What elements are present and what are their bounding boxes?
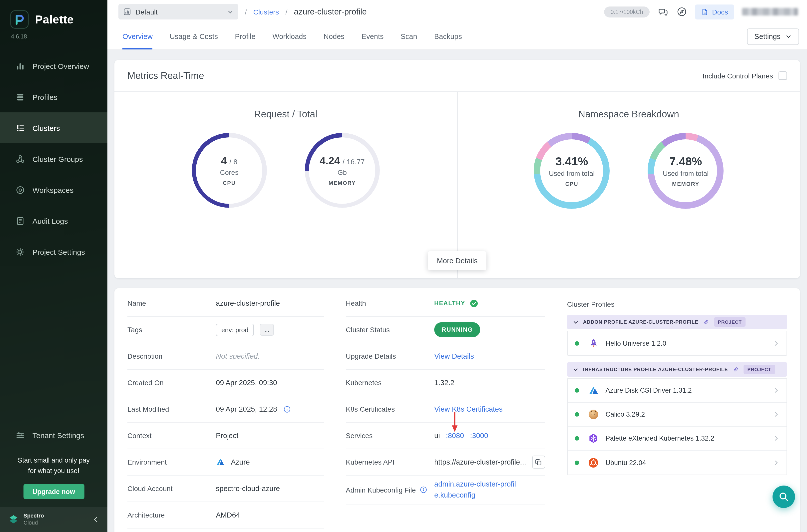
settings-dropdown-button[interactable]: Settings bbox=[747, 28, 799, 45]
green-status-dot bbox=[575, 412, 579, 417]
description-value: Not specified. bbox=[216, 352, 260, 360]
profile-layer-calico[interactable]: Calico 3.29.2 bbox=[568, 403, 787, 426]
tab-bar: Overview Usage & Costs Profile Workloads… bbox=[108, 23, 807, 50]
cluster-status-row: Cluster Status RUNNING bbox=[346, 317, 545, 343]
tags-row: Tags env: prod ... bbox=[127, 317, 324, 343]
tab-profile[interactable]: Profile bbox=[235, 23, 255, 50]
kubernetes-row: Kubernetes 1.32.2 bbox=[346, 370, 545, 396]
tag-env-prod: env: prod bbox=[216, 323, 254, 336]
tab-workloads[interactable]: Workloads bbox=[273, 23, 306, 50]
addon-profile-list: Hello Universe 1.2.0 bbox=[567, 331, 787, 356]
sidebar: Palette 4.6.18 Project Overview Profiles bbox=[0, 0, 108, 532]
tab-overview[interactable]: Overview bbox=[123, 23, 153, 50]
rocket-icon bbox=[588, 337, 600, 349]
service-name: ui bbox=[434, 432, 440, 440]
sidebar-item-clusters[interactable]: Clusters bbox=[0, 112, 108, 144]
profile-layer-azure-disk-csi[interactable]: Azure Disk CSI Driver 1.31.2 bbox=[568, 379, 787, 403]
sidebar-item-label: Project Settings bbox=[33, 248, 85, 256]
sidebar-nav: Project Overview Profiles Clusters Clust… bbox=[0, 51, 108, 267]
services-row: Services ui :8080 :3000 bbox=[346, 423, 545, 449]
sidebar-item-tenant-settings[interactable]: Tenant Settings bbox=[0, 423, 108, 448]
floating-search-button[interactable] bbox=[772, 486, 795, 508]
tab-scan[interactable]: Scan bbox=[401, 23, 417, 50]
sidebar-item-audit-logs[interactable]: Audit Logs bbox=[0, 205, 108, 236]
infrastructure-profile-header[interactable]: INFRASTRUCTURE PROFILE AZURE-CLUSTER-PRO… bbox=[567, 362, 787, 377]
copy-api-url-button[interactable] bbox=[532, 456, 545, 469]
page-content: Metrics Real-Time Include Control Planes… bbox=[108, 50, 807, 532]
chat-icon[interactable] bbox=[658, 7, 669, 17]
sidebar-item-label: Profiles bbox=[33, 93, 57, 101]
top-right-controls: 0.17/100kCh Docs bbox=[604, 4, 798, 19]
app-root: Palette 4.6.18 Project Overview Profiles bbox=[0, 0, 807, 532]
tag-more-button[interactable]: ... bbox=[260, 324, 274, 336]
metrics-title: Metrics Real-Time bbox=[127, 70, 204, 81]
k8s-certificates-row: K8s Certificates View K8s Certificates bbox=[346, 396, 545, 423]
green-status-dot bbox=[575, 388, 579, 393]
sidebar-item-profiles[interactable]: Profiles bbox=[0, 81, 108, 112]
cpu-gauge: 4/ 8 Cores CPU bbox=[192, 133, 267, 208]
running-status-badge: RUNNING bbox=[434, 322, 481, 337]
chevron-down-icon bbox=[227, 9, 233, 15]
tab-events[interactable]: Events bbox=[361, 23, 384, 50]
profile-layer-palette-extended-kubernetes[interactable]: Palette eXtended Kubernetes 1.32.2 bbox=[568, 426, 787, 451]
service-port-8080-wrap: :8080 bbox=[446, 432, 464, 440]
sidebar-item-cluster-groups[interactable]: Cluster Groups bbox=[0, 144, 108, 174]
sidebar-item-label: Project Overview bbox=[33, 62, 89, 70]
ubuntu-icon bbox=[588, 457, 600, 469]
link-icon[interactable] bbox=[733, 366, 739, 373]
health-status: HEALTHY bbox=[434, 300, 465, 307]
sidebar-item-project-overview[interactable]: Project Overview bbox=[0, 51, 108, 81]
azure-icon bbox=[216, 458, 225, 466]
sidebar-item-label: Tenant Settings bbox=[33, 431, 84, 439]
breadcrumb-clusters-link[interactable]: Clusters bbox=[254, 8, 279, 16]
chevron-down-icon bbox=[573, 366, 579, 373]
project-scope-badge: PROJECT bbox=[714, 317, 746, 327]
sidebar-item-label: Audit Logs bbox=[33, 216, 68, 225]
docs-button[interactable]: Docs bbox=[695, 4, 734, 19]
chevron-right-icon bbox=[773, 340, 780, 346]
copy-icon bbox=[535, 458, 542, 466]
tab-nodes[interactable]: Nodes bbox=[323, 23, 344, 50]
document-icon bbox=[701, 8, 709, 16]
namespace-breakdown-section: Namespace Breakdown 3.41% Used from tota… bbox=[457, 92, 800, 278]
tab-usage-costs[interactable]: Usage & Costs bbox=[170, 23, 218, 50]
kubernetes-api-url: https://azure-cluster-profile... bbox=[434, 458, 526, 466]
breadcrumb-separator: / bbox=[245, 8, 247, 16]
details-left-column: Name azure-cluster-profile Tags env: pro… bbox=[127, 290, 324, 532]
sidebar-item-workspaces[interactable]: Workspaces bbox=[0, 174, 108, 205]
docs-button-label: Docs bbox=[712, 8, 728, 16]
profile-layer-hello-universe[interactable]: Hello Universe 1.2.0 bbox=[568, 331, 787, 355]
link-icon[interactable] bbox=[703, 319, 709, 325]
chevron-right-icon bbox=[773, 459, 780, 466]
gear-icon bbox=[15, 247, 25, 257]
pxk-hexagon-icon bbox=[588, 432, 600, 444]
include-control-planes-checkbox[interactable] bbox=[778, 72, 787, 80]
compass-icon[interactable] bbox=[677, 6, 687, 17]
project-selector[interactable]: Default bbox=[118, 4, 238, 19]
info-icon[interactable] bbox=[420, 486, 427, 494]
sidebar-item-project-settings[interactable]: Project Settings bbox=[0, 236, 108, 267]
cluster-groups-icon bbox=[15, 154, 25, 164]
upgrade-now-button[interactable]: Upgrade now bbox=[23, 484, 84, 499]
view-k8s-certificates-link[interactable]: View K8s Certificates bbox=[434, 405, 503, 413]
admin-kubeconfig-row: Admin Kubeconfig File admin.azure-cluste… bbox=[346, 476, 545, 505]
addon-profile-header[interactable]: ADDON PROFILE AZURE-CLUSTER-PROFILE PROJ… bbox=[567, 315, 787, 329]
tab-backups[interactable]: Backups bbox=[434, 23, 462, 50]
service-port-3000-link[interactable]: :3000 bbox=[470, 432, 488, 440]
bar-chart-icon bbox=[15, 61, 25, 71]
profile-layer-ubuntu[interactable]: Ubuntu 22.04 bbox=[568, 451, 787, 475]
more-details-button[interactable]: More Details bbox=[428, 251, 487, 270]
user-menu-redacted[interactable] bbox=[742, 8, 798, 16]
info-icon[interactable] bbox=[283, 405, 290, 413]
chevron-right-icon bbox=[773, 435, 780, 442]
sidebar-item-label: Clusters bbox=[33, 124, 60, 132]
collapse-sidebar-icon[interactable] bbox=[92, 516, 99, 523]
context-row: Context Project bbox=[127, 423, 324, 449]
app-logo[interactable]: Palette bbox=[0, 0, 108, 29]
layers-icon bbox=[15, 92, 25, 102]
service-port-8080-link[interactable]: :8080 bbox=[446, 432, 464, 440]
include-control-planes: Include Control Planes bbox=[702, 72, 787, 80]
palette-logo-icon bbox=[10, 10, 29, 29]
kubeconfig-download-link[interactable]: admin.azure-cluster-profile.kubeconfig bbox=[434, 479, 522, 501]
view-details-link[interactable]: View Details bbox=[434, 352, 474, 360]
